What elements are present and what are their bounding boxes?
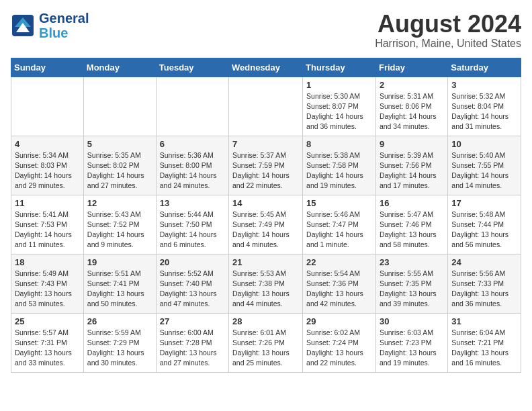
calendar-cell: 27Sunrise: 6:00 AM Sunset: 7:28 PM Dayli… (156, 313, 228, 372)
day-number: 5 (87, 139, 152, 149)
day-info: Sunrise: 5:34 AM Sunset: 8:03 PM Dayligh… (15, 150, 80, 191)
day-info: Sunrise: 5:38 AM Sunset: 7:58 PM Dayligh… (306, 150, 372, 191)
month-title: August 2024 (375, 11, 521, 38)
day-info: Sunrise: 5:49 AM Sunset: 7:43 PM Dayligh… (15, 269, 80, 310)
calendar-cell: 19Sunrise: 5:51 AM Sunset: 7:41 PM Dayli… (83, 254, 156, 313)
day-info: Sunrise: 5:57 AM Sunset: 7:31 PM Dayligh… (15, 328, 80, 369)
day-info: Sunrise: 5:51 AM Sunset: 7:41 PM Dayligh… (87, 269, 152, 310)
day-number: 4 (15, 139, 80, 149)
calendar-cell: 7Sunrise: 5:37 AM Sunset: 7:59 PM Daylig… (229, 136, 303, 195)
calendar-cell: 22Sunrise: 5:54 AM Sunset: 7:36 PM Dayli… (303, 254, 376, 313)
calendar-cell: 29Sunrise: 6:02 AM Sunset: 7:24 PM Dayli… (303, 313, 376, 372)
day-number: 12 (87, 198, 152, 208)
column-header-sunday: Sunday (11, 58, 84, 77)
column-header-tuesday: Tuesday (156, 58, 228, 77)
day-info: Sunrise: 5:35 AM Sunset: 8:02 PM Dayligh… (87, 150, 152, 191)
day-info: Sunrise: 5:40 AM Sunset: 7:55 PM Dayligh… (451, 150, 517, 191)
day-number: 15 (306, 198, 372, 208)
calendar-cell: 31Sunrise: 6:04 AM Sunset: 7:21 PM Dayli… (448, 313, 521, 372)
calendar-cell: 10Sunrise: 5:40 AM Sunset: 7:55 PM Dayli… (448, 136, 521, 195)
day-info: Sunrise: 5:37 AM Sunset: 7:59 PM Dayligh… (232, 150, 299, 191)
day-info: Sunrise: 5:32 AM Sunset: 8:04 PM Dayligh… (451, 91, 517, 132)
day-info: Sunrise: 5:45 AM Sunset: 7:49 PM Dayligh… (232, 210, 299, 250)
day-number: 24 (451, 257, 517, 267)
calendar-cell: 13Sunrise: 5:44 AM Sunset: 7:50 PM Dayli… (156, 195, 228, 254)
calendar-cell (229, 77, 303, 136)
calendar-cell (156, 77, 228, 136)
calendar-week-row: 18Sunrise: 5:49 AM Sunset: 7:43 PM Dayli… (11, 254, 521, 313)
day-number: 23 (380, 257, 444, 267)
calendar-cell: 21Sunrise: 5:53 AM Sunset: 7:38 PM Dayli… (229, 254, 303, 313)
day-number: 29 (306, 316, 372, 326)
logo-general: General (39, 11, 89, 26)
day-number: 13 (160, 198, 225, 208)
day-number: 11 (15, 198, 80, 208)
column-header-saturday: Saturday (448, 58, 521, 77)
calendar-header-row: SundayMondayTuesdayWednesdayThursdayFrid… (11, 58, 521, 77)
calendar-cell: 1Sunrise: 5:30 AM Sunset: 8:07 PM Daylig… (303, 77, 376, 136)
day-number: 2 (380, 80, 444, 90)
day-number: 3 (451, 80, 517, 90)
logo-blue: Blue (39, 26, 89, 40)
day-number: 27 (160, 316, 225, 326)
calendar-cell: 16Sunrise: 5:47 AM Sunset: 7:46 PM Dayli… (375, 195, 447, 254)
column-header-thursday: Thursday (303, 58, 376, 77)
day-number: 22 (306, 257, 372, 267)
day-info: Sunrise: 6:00 AM Sunset: 7:28 PM Dayligh… (160, 328, 225, 369)
day-number: 14 (232, 198, 299, 208)
day-number: 28 (232, 316, 299, 326)
calendar-cell: 4Sunrise: 5:34 AM Sunset: 8:03 PM Daylig… (11, 136, 84, 195)
day-number: 6 (160, 139, 225, 149)
day-info: Sunrise: 5:46 AM Sunset: 7:47 PM Dayligh… (306, 210, 372, 250)
day-info: Sunrise: 5:44 AM Sunset: 7:50 PM Dayligh… (160, 210, 225, 250)
day-info: Sunrise: 6:02 AM Sunset: 7:24 PM Dayligh… (306, 328, 372, 369)
calendar-cell: 25Sunrise: 5:57 AM Sunset: 7:31 PM Dayli… (11, 313, 84, 372)
day-number: 31 (451, 316, 517, 326)
column-header-friday: Friday (375, 58, 447, 77)
calendar-cell: 5Sunrise: 5:35 AM Sunset: 8:02 PM Daylig… (83, 136, 156, 195)
day-number: 7 (232, 139, 299, 149)
calendar-cell: 17Sunrise: 5:48 AM Sunset: 7:44 PM Dayli… (448, 195, 521, 254)
location-title: Harrison, Maine, United States (375, 38, 521, 50)
calendar-cell: 23Sunrise: 5:55 AM Sunset: 7:35 PM Dayli… (375, 254, 447, 313)
day-info: Sunrise: 6:04 AM Sunset: 7:21 PM Dayligh… (451, 328, 517, 369)
day-info: Sunrise: 5:47 AM Sunset: 7:46 PM Dayligh… (380, 210, 444, 250)
calendar-cell: 6Sunrise: 5:36 AM Sunset: 8:00 PM Daylig… (156, 136, 228, 195)
calendar-cell: 20Sunrise: 5:52 AM Sunset: 7:40 PM Dayli… (156, 254, 228, 313)
calendar-cell: 18Sunrise: 5:49 AM Sunset: 7:43 PM Dayli… (11, 254, 84, 313)
day-number: 8 (306, 139, 372, 149)
page-header: General Blue August 2024 Harrison, Maine… (11, 11, 521, 50)
calendar-week-row: 25Sunrise: 5:57 AM Sunset: 7:31 PM Dayli… (11, 313, 521, 372)
day-number: 21 (232, 257, 299, 267)
title-block: August 2024 Harrison, Maine, United Stat… (375, 11, 521, 50)
logo: General Blue (11, 11, 89, 40)
day-info: Sunrise: 6:01 AM Sunset: 7:26 PM Dayligh… (232, 328, 299, 369)
day-info: Sunrise: 5:55 AM Sunset: 7:35 PM Dayligh… (380, 269, 444, 310)
day-info: Sunrise: 5:39 AM Sunset: 7:56 PM Dayligh… (380, 150, 444, 191)
calendar-table: SundayMondayTuesdayWednesdayThursdayFrid… (11, 58, 521, 373)
day-number: 26 (87, 316, 152, 326)
day-number: 18 (15, 257, 80, 267)
calendar-cell: 26Sunrise: 5:59 AM Sunset: 7:29 PM Dayli… (83, 313, 156, 372)
calendar-cell: 14Sunrise: 5:45 AM Sunset: 7:49 PM Dayli… (229, 195, 303, 254)
calendar-week-row: 11Sunrise: 5:41 AM Sunset: 7:53 PM Dayli… (11, 195, 521, 254)
calendar-body: 1Sunrise: 5:30 AM Sunset: 8:07 PM Daylig… (11, 77, 521, 372)
day-info: Sunrise: 5:53 AM Sunset: 7:38 PM Dayligh… (232, 269, 299, 310)
day-number: 16 (380, 198, 444, 208)
day-number: 25 (15, 316, 80, 326)
calendar-cell: 24Sunrise: 5:56 AM Sunset: 7:33 PM Dayli… (448, 254, 521, 313)
day-info: Sunrise: 5:43 AM Sunset: 7:52 PM Dayligh… (87, 210, 152, 250)
day-number: 20 (160, 257, 225, 267)
logo-icon (11, 13, 35, 38)
column-header-wednesday: Wednesday (229, 58, 303, 77)
day-info: Sunrise: 5:31 AM Sunset: 8:06 PM Dayligh… (380, 91, 444, 132)
day-number: 30 (380, 316, 444, 326)
day-number: 17 (451, 198, 517, 208)
day-number: 1 (306, 80, 372, 90)
calendar-cell: 11Sunrise: 5:41 AM Sunset: 7:53 PM Dayli… (11, 195, 84, 254)
day-info: Sunrise: 5:30 AM Sunset: 8:07 PM Dayligh… (306, 91, 372, 132)
day-info: Sunrise: 5:56 AM Sunset: 7:33 PM Dayligh… (451, 269, 517, 310)
calendar-cell: 9Sunrise: 5:39 AM Sunset: 7:56 PM Daylig… (375, 136, 447, 195)
calendar-cell: 3Sunrise: 5:32 AM Sunset: 8:04 PM Daylig… (448, 77, 521, 136)
calendar-week-row: 4Sunrise: 5:34 AM Sunset: 8:03 PM Daylig… (11, 136, 521, 195)
